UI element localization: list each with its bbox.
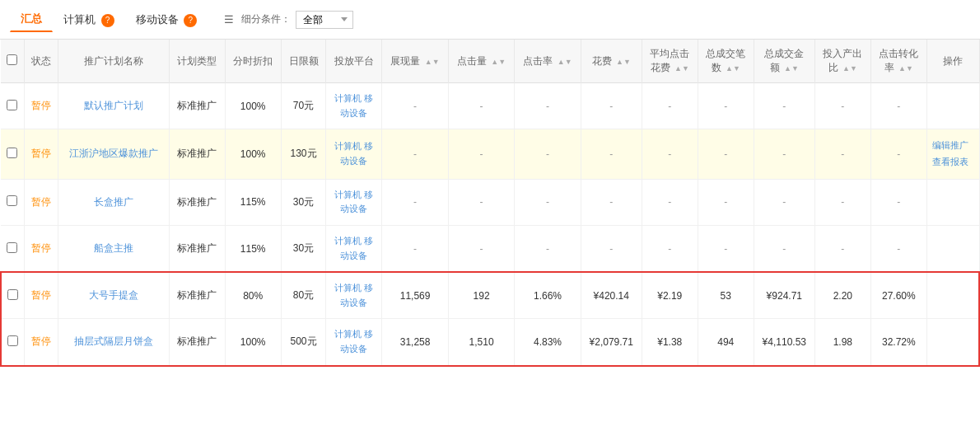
- avg-click-cost-value: -: [668, 148, 671, 160]
- sort-clicks-icon[interactable]: ▲▼: [491, 58, 506, 66]
- status-label: 暂停: [31, 289, 51, 301]
- tab-mobile[interactable]: 移动设备 ?: [125, 7, 208, 32]
- row-type: 标准推广: [169, 319, 225, 366]
- row-ctr: 4.83%: [515, 319, 581, 366]
- action-link[interactable]: 查看报表: [932, 154, 974, 171]
- ctr-value: 1.66%: [534, 290, 562, 302]
- row-status: 暂停: [24, 272, 58, 319]
- row-status: 暂停: [24, 179, 58, 225]
- row-type: 标准推广: [169, 83, 225, 129]
- table-row: 暂停 抽层式隔层月饼盒 标准推广 100% 500元 计算机 移动设备 31,2…: [1, 319, 979, 366]
- plan-name-link[interactable]: 抽层式隔层月饼盒: [74, 335, 153, 347]
- platform-text: 计算机 移动设备: [334, 283, 373, 307]
- row-discount: 100%: [225, 129, 281, 180]
- plan-name-link[interactable]: 船盒主推: [94, 242, 133, 254]
- action-links: 编辑推广查看报表: [932, 138, 974, 171]
- row-checkbox[interactable]: [7, 242, 17, 253]
- select-all-checkbox[interactable]: [7, 54, 17, 65]
- row-roi: 2.20: [814, 272, 870, 319]
- row-status: 暂停: [24, 319, 58, 366]
- roi-value: 1.98: [833, 336, 852, 348]
- table-row: 暂停 默认推广计划 标准推广 100% 70元 计算机 移动设备 - - - -…: [1, 83, 979, 129]
- sort-sales-icon[interactable]: ▲▼: [784, 64, 799, 73]
- tab-computer[interactable]: 计算机 ?: [53, 7, 125, 32]
- platform-text: 计算机 移动设备: [334, 141, 373, 166]
- row-sales: -: [754, 129, 814, 180]
- row-checkbox[interactable]: [7, 335, 18, 346]
- cost-value: -: [609, 148, 613, 160]
- table-wrap: 状态 推广计划名称 计划类型 分时折扣 日限额 投放平台 展现量 ▲▼ 点击量 …: [0, 40, 980, 367]
- ctr-value: -: [546, 101, 549, 112]
- plan-name-link[interactable]: 默认推广计划: [84, 100, 143, 111]
- row-roi: -: [814, 83, 870, 129]
- clicks-value: -: [480, 148, 483, 160]
- row-cvr: -: [870, 129, 926, 180]
- row-actions: [926, 179, 979, 225]
- row-type: 标准推广: [169, 129, 225, 180]
- row-platform: 计算机 移动设备: [326, 129, 382, 180]
- sort-impressions-icon[interactable]: ▲▼: [425, 58, 440, 66]
- row-type: 标准推广: [169, 272, 225, 319]
- row-daily-limit: 500元: [281, 319, 326, 366]
- filter-icon: ☰: [224, 13, 234, 26]
- sort-cost-icon[interactable]: ▲▼: [616, 58, 631, 66]
- impressions-value: -: [413, 243, 417, 255]
- sort-cvr-icon[interactable]: ▲▼: [898, 64, 913, 73]
- cvr-value: -: [897, 148, 900, 160]
- plan-name-link[interactable]: 大号手提盒: [89, 289, 138, 301]
- filter-label: 细分条件：: [241, 12, 291, 26]
- row-cvr: -: [870, 225, 926, 272]
- cost-value: -: [609, 243, 613, 255]
- sort-avg-icon[interactable]: ▲▼: [674, 64, 689, 73]
- filter-select[interactable]: 全部: [296, 11, 353, 29]
- row-checkbox-cell: [1, 83, 24, 129]
- table-row: 暂停 长盒推广 标准推广 115% 30元 计算机 移动设备 - - - - -…: [1, 179, 979, 225]
- row-actions: [926, 272, 979, 319]
- row-checkbox[interactable]: [7, 195, 17, 206]
- row-discount: 115%: [225, 225, 281, 272]
- row-checkbox[interactable]: [7, 289, 18, 300]
- tab-summary[interactable]: 汇总: [10, 7, 53, 32]
- action-link[interactable]: 编辑推广: [932, 138, 974, 154]
- row-name: 抽层式隔层月饼盒: [58, 319, 169, 366]
- clicks-value: -: [480, 196, 483, 208]
- row-cost: ¥2,079.71: [581, 319, 642, 366]
- sales-value: ¥4,110.53: [763, 336, 806, 348]
- row-ctr: -: [515, 83, 581, 129]
- row-sales: -: [754, 225, 814, 272]
- sort-orders-icon[interactable]: ▲▼: [726, 64, 740, 73]
- sort-roi-icon[interactable]: ▲▼: [842, 64, 857, 73]
- ctr-value: 4.83%: [534, 336, 562, 348]
- row-checkbox-cell: [1, 179, 24, 225]
- row-status: 暂停: [24, 225, 58, 272]
- sort-ctr-icon[interactable]: ▲▼: [558, 58, 572, 66]
- th-checkbox: [1, 40, 24, 83]
- th-status: 状态: [24, 40, 58, 83]
- th-sales: 总成交金额 ▲▼: [754, 40, 814, 83]
- row-orders: 53: [698, 272, 754, 319]
- row-cost: -: [581, 225, 642, 272]
- th-actions: 操作: [926, 40, 979, 83]
- row-ctr: -: [515, 129, 581, 180]
- row-checkbox-cell: [1, 272, 24, 319]
- row-platform: 计算机 移动设备: [326, 179, 382, 225]
- row-sales: ¥924.71: [754, 272, 814, 319]
- row-discount: 115%: [225, 179, 281, 225]
- row-roi: -: [814, 179, 870, 225]
- cvr-value: -: [897, 196, 900, 208]
- clicks-value: -: [480, 101, 483, 112]
- cost-value: ¥420.14: [594, 290, 629, 302]
- row-checkbox[interactable]: [7, 100, 17, 110]
- plan-name-link[interactable]: 长盒推广: [94, 196, 133, 208]
- cvr-value: 32.72%: [882, 336, 916, 348]
- roi-value: -: [841, 243, 844, 255]
- row-checkbox[interactable]: [7, 148, 17, 158]
- orders-value: 53: [721, 290, 731, 302]
- plan-name-link[interactable]: 江浙沪地区爆款推广: [69, 148, 158, 159]
- row-daily-limit: 70元: [281, 83, 326, 129]
- row-platform: 计算机 移动设备: [326, 272, 382, 319]
- table-row: 暂停 船盒主推 标准推广 115% 30元 计算机 移动设备 - - - - -…: [1, 225, 979, 272]
- row-name: 默认推广计划: [58, 83, 169, 129]
- row-status: 暂停: [24, 83, 58, 129]
- clicks-value: 1,510: [469, 336, 494, 348]
